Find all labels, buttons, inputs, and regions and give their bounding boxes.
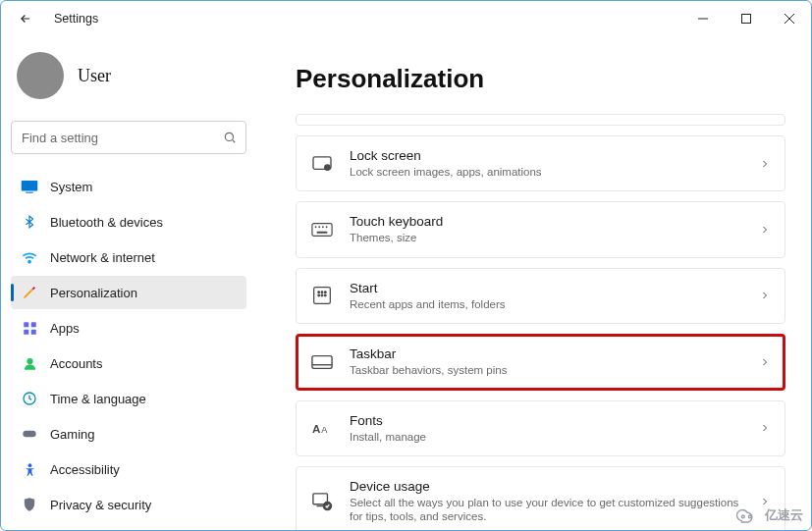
username: User: [78, 66, 111, 86]
sidebar-item-bluetooth[interactable]: Bluetooth & devices: [11, 205, 246, 239]
maximize-button[interactable]: [725, 3, 768, 34]
sidebar-item-time[interactable]: Time & language: [11, 382, 246, 415]
system-icon: [21, 178, 38, 195]
sidebar-item-label: Personalization: [50, 286, 137, 300]
window-controls: [681, 3, 811, 34]
row-subtitle: Select all the ways you plan to use your…: [350, 496, 743, 524]
keyboard-icon: [310, 218, 334, 241]
svg-point-28: [321, 292, 323, 293]
clock-globe-icon: [21, 390, 38, 407]
sidebar-item-apps[interactable]: Apps: [11, 311, 246, 345]
row-subtitle: Recent apps and items, folders: [350, 297, 506, 311]
setting-row-taskbar[interactable]: Taskbar Taskbar behaviors, system pins: [296, 334, 785, 390]
svg-rect-12: [30, 329, 35, 334]
row-subtitle: Themes, size: [350, 231, 443, 244]
chevron-right-icon: [759, 356, 771, 368]
back-button[interactable]: [15, 8, 36, 29]
svg-point-32: [325, 295, 327, 297]
row-subtitle: Taskbar behaviors, system pins: [350, 363, 507, 377]
sidebar-item-system[interactable]: System: [11, 170, 246, 203]
wifi-icon: [21, 248, 38, 266]
profile-block[interactable]: User: [11, 46, 246, 111]
start-icon: [310, 284, 334, 307]
row-title: Start: [350, 281, 506, 295]
sidebar-item-update[interactable]: Windows Update: [11, 523, 246, 531]
sidebar-item-privacy[interactable]: Privacy & security: [11, 488, 246, 521]
avatar: [17, 52, 64, 99]
page-title: Personalization: [296, 64, 785, 94]
sidebar: User System Bluetooth & devices Network …: [1, 36, 256, 530]
device-usage-icon: [310, 490, 334, 513]
row-subtitle: Lock screen images, apps, animations: [350, 165, 542, 179]
close-button[interactable]: [768, 3, 811, 34]
titlebar: Settings: [1, 1, 811, 36]
sidebar-item-label: Gaming: [50, 427, 95, 442]
svg-rect-9: [24, 322, 28, 327]
row-title: Taskbar: [350, 346, 507, 361]
svg-rect-1: [742, 15, 751, 24]
search-input[interactable]: [11, 121, 246, 154]
sidebar-nav: System Bluetooth & devices Network & int…: [11, 170, 246, 531]
svg-rect-20: [312, 224, 332, 237]
sidebar-item-label: Network & internet: [50, 250, 155, 265]
svg-point-16: [27, 463, 31, 467]
chevron-right-icon: [759, 496, 771, 507]
truncated-row-top[interactable]: [296, 114, 785, 126]
apps-icon: [21, 319, 38, 337]
svg-rect-19: [327, 166, 329, 168]
row-title: Device usage: [350, 479, 743, 494]
svg-point-30: [318, 295, 320, 297]
svg-rect-33: [312, 355, 332, 368]
svg-point-8: [28, 261, 30, 263]
watermark-text: 亿速云: [765, 506, 803, 524]
search-wrap: [11, 121, 246, 154]
row-title: Lock screen: [350, 148, 542, 163]
svg-point-13: [27, 357, 32, 363]
person-icon: [21, 354, 38, 372]
sidebar-item-label: Accessibility: [50, 462, 120, 477]
svg-rect-7: [26, 192, 33, 193]
sidebar-item-label: Bluetooth & devices: [50, 215, 163, 230]
setting-row-touch-keyboard[interactable]: Touch keyboard Themes, size: [296, 201, 785, 257]
svg-rect-15: [23, 431, 35, 438]
sidebar-item-network[interactable]: Network & internet: [11, 240, 246, 274]
svg-text:A: A: [312, 422, 321, 435]
svg-text:A: A: [321, 425, 328, 435]
chevron-right-icon: [759, 158, 771, 170]
chevron-right-icon: [759, 290, 771, 301]
watermark: 亿速云: [733, 506, 803, 524]
cloud-icon: [733, 506, 761, 524]
chevron-right-icon: [759, 422, 771, 434]
row-title: Touch keyboard: [350, 214, 443, 229]
sidebar-item-personalization[interactable]: Personalization: [11, 276, 246, 309]
sidebar-item-label: System: [50, 180, 92, 194]
svg-point-41: [748, 515, 751, 518]
sidebar-item-accessibility[interactable]: Accessibility: [11, 452, 246, 486]
svg-rect-11: [24, 329, 28, 334]
svg-line-5: [233, 140, 236, 143]
sidebar-item-label: Apps: [50, 321, 80, 336]
chevron-right-icon: [759, 224, 771, 236]
paintbrush-icon: [21, 284, 38, 301]
accessibility-icon: [21, 460, 38, 478]
taskbar-icon: [310, 350, 334, 374]
svg-point-4: [225, 133, 233, 140]
svg-rect-6: [22, 181, 38, 191]
content-area: Personalization Lock screen Lock screen …: [256, 36, 811, 530]
gaming-icon: [21, 425, 38, 443]
svg-point-27: [318, 292, 320, 293]
fonts-icon: AA: [310, 416, 334, 440]
sidebar-item-accounts[interactable]: Accounts: [11, 346, 246, 380]
minimize-button[interactable]: [681, 3, 725, 34]
shield-icon: [21, 496, 38, 513]
svg-point-29: [325, 292, 327, 293]
setting-row-start[interactable]: Start Recent apps and items, folders: [296, 268, 785, 324]
setting-row-device-usage[interactable]: Device usage Select all the ways you pla…: [296, 466, 785, 530]
setting-row-lock-screen[interactable]: Lock screen Lock screen images, apps, an…: [296, 135, 785, 191]
setting-row-fonts[interactable]: AA Fonts Install, manage: [296, 400, 785, 456]
search-icon: [223, 131, 237, 144]
sidebar-item-gaming[interactable]: Gaming: [11, 417, 246, 451]
sidebar-item-label: Privacy & security: [50, 498, 151, 512]
lock-screen-icon: [310, 152, 334, 176]
svg-point-40: [741, 515, 744, 518]
